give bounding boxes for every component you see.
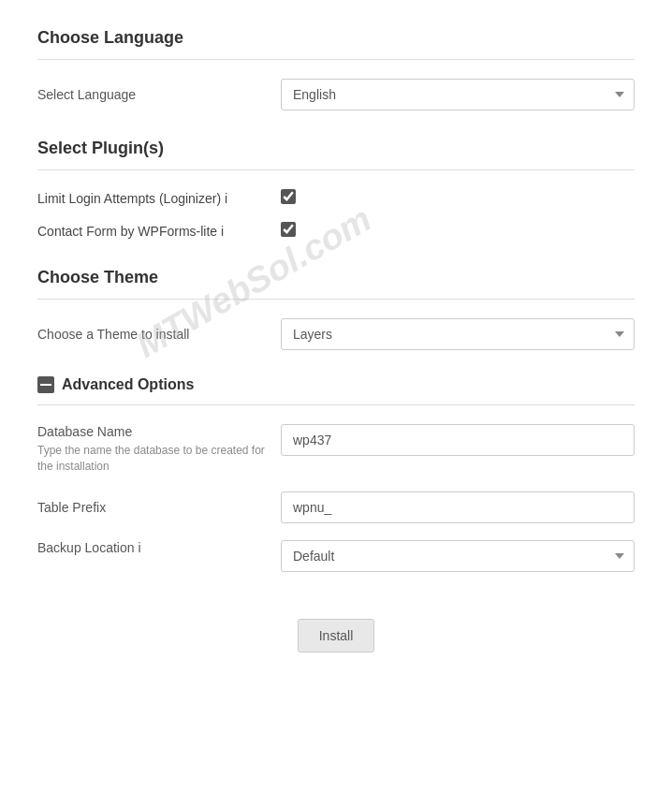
- backup-location-row: Backup Location i Default Home Directory…: [37, 540, 635, 572]
- table-prefix-input-col: [281, 491, 635, 523]
- language-section-title: Choose Language: [37, 19, 635, 59]
- backup-location-select-col: Default Home Directory Other: [281, 540, 635, 572]
- backup-location-label-col: Backup Location i: [37, 540, 281, 555]
- db-name-label: Database Name: [37, 424, 281, 439]
- page-container: MTWebSol.com Choose Language Select Lang…: [0, 0, 672, 792]
- plugin-row-0: Limit Login Attempts (Loginizer) i: [37, 189, 635, 207]
- plugins-section: Select Plugin(s) Limit Login Attempts (L…: [37, 129, 635, 240]
- table-prefix-row: Table Prefix: [37, 491, 635, 523]
- db-name-row: Database Name Type the name the database…: [37, 424, 635, 475]
- db-name-input[interactable]: [281, 424, 635, 456]
- advanced-divider: [37, 404, 635, 405]
- language-select[interactable]: English French Spanish German Italian: [281, 79, 635, 110]
- db-name-label-col: Database Name Type the name the database…: [37, 424, 281, 475]
- install-button[interactable]: Install: [298, 619, 375, 653]
- theme-divider: [37, 299, 635, 300]
- backup-info-icon[interactable]: i: [138, 540, 140, 555]
- db-name-sub: Type the name the database to be created…: [37, 443, 281, 475]
- advanced-section: Advanced Options Database Name Type the …: [37, 369, 635, 653]
- plugin-info-icon-1[interactable]: i: [221, 224, 224, 239]
- theme-form-row: Choose a Theme to install Layers Twenty …: [37, 318, 635, 350]
- theme-select-label: Choose a Theme to install: [37, 327, 281, 342]
- plugin-row-1: Contact Form by WPForms-lite i: [37, 222, 635, 240]
- plugin-checkbox-col-0: [281, 189, 635, 207]
- backup-location-label: Backup Location: [37, 540, 135, 555]
- advanced-header: Advanced Options: [37, 369, 635, 404]
- theme-section-title: Choose Theme: [37, 258, 635, 299]
- theme-section: Choose Theme Choose a Theme to install L…: [37, 258, 635, 350]
- plugin-checkbox-1[interactable]: [281, 222, 296, 237]
- language-divider: [37, 59, 635, 60]
- backup-location-select[interactable]: Default Home Directory Other: [281, 540, 635, 572]
- install-button-row: Install: [37, 600, 635, 653]
- table-prefix-label: Table Prefix: [37, 500, 281, 515]
- db-name-input-col: [281, 424, 635, 456]
- theme-select[interactable]: Layers Twenty Twenty-Three Twenty Twenty…: [281, 318, 635, 350]
- plugin-label-1: Contact Form by WPForms-lite i: [37, 224, 281, 239]
- plugin-checkbox-0[interactable]: [281, 189, 296, 204]
- language-select-label: Select Language: [37, 87, 281, 102]
- plugins-section-title: Select Plugin(s): [37, 129, 635, 169]
- language-section: Choose Language Select Language English …: [37, 19, 635, 110]
- collapse-icon[interactable]: [37, 376, 54, 393]
- plugins-divider: [37, 169, 635, 170]
- language-form-row: Select Language English French Spanish G…: [37, 79, 635, 110]
- language-select-col: English French Spanish German Italian: [281, 79, 635, 110]
- table-prefix-input[interactable]: [281, 491, 635, 523]
- plugin-info-icon-0[interactable]: i: [225, 191, 227, 206]
- advanced-section-title: Advanced Options: [62, 376, 194, 393]
- theme-select-col: Layers Twenty Twenty-Three Twenty Twenty…: [281, 318, 635, 350]
- plugin-label-0: Limit Login Attempts (Loginizer) i: [37, 191, 281, 206]
- plugin-checkbox-col-1: [281, 222, 635, 240]
